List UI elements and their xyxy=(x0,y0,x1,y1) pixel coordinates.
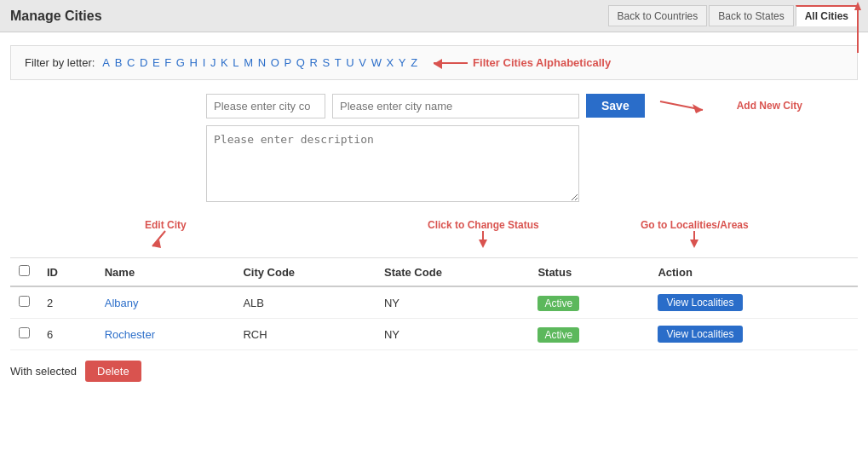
filter-letter-k[interactable]: K xyxy=(221,56,228,69)
back-to-states-button[interactable]: Back to States xyxy=(709,5,793,26)
table-row: 2 Albany ALB NY Active View Localities xyxy=(10,286,858,319)
edit-city-arrow-icon xyxy=(152,231,178,248)
col-state-code: State Code xyxy=(376,258,529,287)
filter-letter-f[interactable]: F xyxy=(164,56,171,69)
cities-table-container: Edit City Click to Change Status Go to L… xyxy=(10,219,858,350)
col-city-code: City Code xyxy=(234,258,376,287)
status-arrow-icon xyxy=(470,231,496,248)
filter-letter-t[interactable]: T xyxy=(335,56,342,69)
filter-letter-v[interactable]: V xyxy=(359,56,366,69)
col-name: Name xyxy=(96,258,235,287)
cell-city-code: ALB xyxy=(234,286,376,319)
filter-letter-i[interactable]: I xyxy=(203,56,206,69)
filter-letter-q[interactable]: Q xyxy=(296,56,305,69)
localities-arrow-icon xyxy=(681,231,707,248)
svg-marker-7 xyxy=(479,240,487,248)
cell-action: View Localities xyxy=(649,319,858,350)
filter-letter-s[interactable]: S xyxy=(322,56,330,69)
filter-letter-x[interactable]: X xyxy=(387,56,394,69)
filter-letter-a[interactable]: A xyxy=(102,56,110,69)
filter-letter-l[interactable]: L xyxy=(233,56,239,69)
row-checkbox[interactable] xyxy=(19,296,30,307)
filter-annotation: Filter Cities Alphabetically xyxy=(434,56,611,69)
cell-state-code: NY xyxy=(376,286,529,319)
cell-action: View Localities xyxy=(649,286,858,319)
all-cities-button[interactable]: All Cities xyxy=(796,5,858,26)
status-annotation: Click to Change Status xyxy=(428,219,539,231)
top-right-arrow-icon xyxy=(853,2,863,53)
filter-letter-h[interactable]: H xyxy=(190,56,198,69)
cell-id: 6 xyxy=(38,319,96,350)
description-input[interactable] xyxy=(206,125,579,202)
filter-letter-o[interactable]: O xyxy=(271,56,279,69)
filter-letter-j[interactable]: J xyxy=(210,56,216,69)
filter-letter-u[interactable]: U xyxy=(346,56,354,69)
status-badge[interactable]: Active xyxy=(537,296,579,311)
bottom-bar: With selected Delete xyxy=(10,361,858,382)
col-status: Status xyxy=(529,258,649,287)
svg-marker-9 xyxy=(690,240,698,248)
cell-name: Albany xyxy=(96,286,235,319)
with-selected-label: With selected xyxy=(10,365,77,378)
cell-status: Active xyxy=(529,286,649,319)
filter-letter-z[interactable]: Z xyxy=(411,56,417,69)
cell-city-code: RCH xyxy=(234,319,376,350)
filter-letter-c[interactable]: C xyxy=(127,56,135,69)
filter-letter-w[interactable]: W xyxy=(371,56,382,69)
filter-letter-m[interactable]: M xyxy=(244,56,253,69)
col-id: ID xyxy=(38,258,96,287)
filter-letter-b[interactable]: B xyxy=(115,56,123,69)
select-all-checkbox[interactable] xyxy=(19,265,30,276)
view-localities-button[interactable]: View Localities xyxy=(658,326,742,343)
cell-state-code: NY xyxy=(376,319,529,350)
view-localities-button[interactable]: View Localities xyxy=(658,294,742,311)
add-city-annotation: Add New City xyxy=(737,100,802,112)
delete-button[interactable]: Delete xyxy=(85,361,141,382)
filter-letter-d[interactable]: D xyxy=(140,56,147,69)
edit-city-annotation: Edit City xyxy=(145,219,187,231)
add-city-form: Save Add New City xyxy=(10,93,858,202)
city-name-link[interactable]: Albany xyxy=(105,297,139,309)
city-code-input[interactable] xyxy=(206,94,325,118)
header-buttons: Back to Countries Back to States All Cit… xyxy=(608,5,858,26)
city-name-link[interactable]: Rochester xyxy=(105,328,155,341)
table-row: 6 Rochester RCH NY Active View Localitie… xyxy=(10,319,858,350)
cell-name: Rochester xyxy=(96,319,235,350)
back-to-countries-button[interactable]: Back to Countries xyxy=(608,5,708,26)
filter-arrow-icon xyxy=(434,62,468,64)
col-action: Action xyxy=(649,258,858,287)
filter-letter-r[interactable]: R xyxy=(309,56,317,69)
filter-label: Filter by letter: xyxy=(25,56,95,69)
filter-bar: Filter by letter: A B C D E F G H I J K … xyxy=(10,45,858,80)
page-title: Manage Cities xyxy=(10,9,102,24)
filter-letter-y[interactable]: Y xyxy=(399,56,406,69)
cities-table: ID Name City Code State Code Status Acti… xyxy=(10,257,858,350)
localities-annotation: Go to Localities/Areas xyxy=(641,219,749,231)
filter-letters[interactable]: A B C D E F G H I J K L M N O P Q R S T … xyxy=(101,56,418,69)
filter-letter-g[interactable]: G xyxy=(176,56,185,69)
svg-marker-1 xyxy=(854,2,861,10)
row-checkbox[interactable] xyxy=(19,327,30,338)
filter-letter-p[interactable]: P xyxy=(284,56,291,69)
save-button[interactable]: Save xyxy=(586,94,645,118)
cell-status: Active xyxy=(529,319,649,350)
cell-id: 2 xyxy=(38,286,96,319)
filter-letter-n[interactable]: N xyxy=(258,56,266,69)
add-city-arrow-icon xyxy=(660,93,711,118)
city-name-input[interactable] xyxy=(332,94,579,118)
filter-letter-e[interactable]: E xyxy=(152,56,160,69)
status-badge[interactable]: Active xyxy=(537,327,579,343)
